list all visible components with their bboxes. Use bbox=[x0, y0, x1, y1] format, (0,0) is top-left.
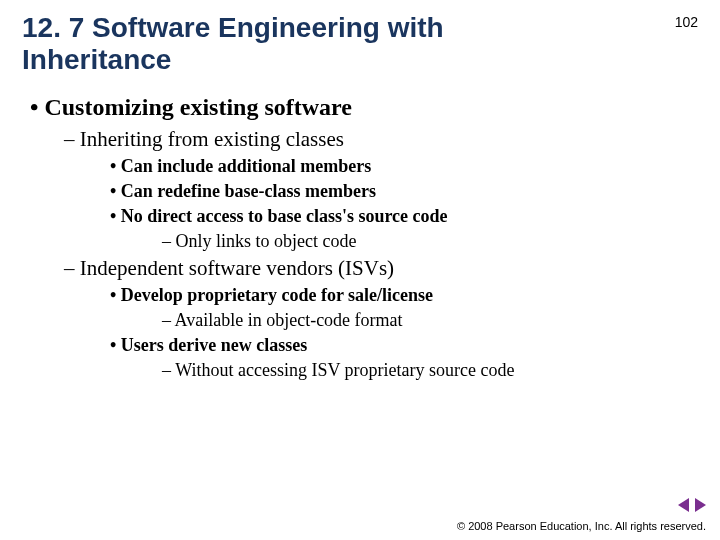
bullet-l3: Develop proprietary code for sale/licens… bbox=[110, 285, 698, 306]
slide-title: 12. 7 Software Engineering with Inherita… bbox=[22, 12, 542, 76]
bullet-l4: Only links to object code bbox=[162, 231, 698, 252]
bullet-l2: Independent software vendors (ISVs) bbox=[64, 256, 698, 281]
bullet-l1: Customizing existing software bbox=[30, 94, 698, 121]
bullet-l3: Users derive new classes bbox=[110, 335, 698, 356]
slide: 12. 7 Software Engineering with Inherita… bbox=[0, 0, 720, 540]
prev-icon[interactable] bbox=[678, 498, 689, 512]
bullet-l3: Can include additional members bbox=[110, 156, 698, 177]
next-icon[interactable] bbox=[695, 498, 706, 512]
nav-arrows bbox=[678, 498, 706, 512]
footer-copyright: © 2008 Pearson Education, Inc. All right… bbox=[457, 520, 706, 532]
bullet-l3: No direct access to base class's source … bbox=[110, 206, 698, 227]
bullet-l4: Available in object-code format bbox=[162, 310, 698, 331]
header-row: 12. 7 Software Engineering with Inherita… bbox=[22, 12, 698, 76]
bullet-l2: Inheriting from existing classes bbox=[64, 127, 698, 152]
content: Customizing existing software Inheriting… bbox=[22, 94, 698, 381]
bullet-l4: Without accessing ISV proprietary source… bbox=[162, 360, 698, 381]
bullet-l3: Can redefine base-class members bbox=[110, 181, 698, 202]
page-number: 102 bbox=[675, 14, 698, 30]
